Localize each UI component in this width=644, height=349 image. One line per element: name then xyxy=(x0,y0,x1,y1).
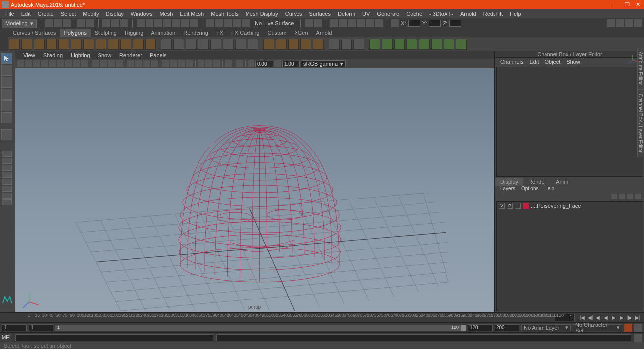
gamma-icon[interactable] xyxy=(274,60,281,67)
script-editor-icon[interactable] xyxy=(634,334,642,342)
poly-sphere-icon[interactable] xyxy=(9,39,20,50)
render-icon[interactable] xyxy=(330,19,338,27)
uv-best-plane-icon[interactable] xyxy=(456,39,467,50)
extract-icon[interactable] xyxy=(186,39,197,50)
step-back-frame-button[interactable]: ◀ xyxy=(594,314,601,321)
history-icon[interactable] xyxy=(305,19,313,27)
open-scene-icon[interactable] xyxy=(54,19,62,27)
mask-icon[interactable] xyxy=(146,19,153,27)
layer-list[interactable]: V P ...:Persevering_Face xyxy=(496,201,643,311)
x-coord-input[interactable] xyxy=(408,20,420,27)
menu-arnold[interactable]: Arnold xyxy=(457,10,480,18)
history-icon[interactable] xyxy=(314,19,322,27)
shelf-tab-xgen[interactable]: XGen xyxy=(290,29,312,37)
workspace-mode-selector[interactable]: Modeling▾ xyxy=(2,19,37,28)
render-icon[interactable] xyxy=(348,19,356,27)
layer-color-swatch[interactable] xyxy=(523,203,529,209)
shelf-tab-curves[interactable]: Curves / Surfaces xyxy=(9,29,60,37)
render-icon[interactable] xyxy=(375,19,383,27)
layer-menu-help[interactable]: Help xyxy=(541,186,557,193)
uv-camera-icon[interactable] xyxy=(444,39,454,50)
prefs-icon[interactable] xyxy=(634,324,642,332)
triangulate-icon[interactable] xyxy=(223,39,234,50)
poly-cylinder-icon[interactable] xyxy=(34,39,45,50)
shelf-tab-polygons[interactable]: Polygons xyxy=(60,29,90,37)
booleans-icon[interactable] xyxy=(198,39,209,50)
poly-cube-icon[interactable] xyxy=(21,39,32,50)
shelf-tab-rigging[interactable]: Rigging xyxy=(121,29,147,37)
wireframe-on-shaded-icon[interactable] xyxy=(225,60,232,67)
menu-windows[interactable]: Windows xyxy=(127,10,156,18)
layout-two-pane-side[interactable] xyxy=(2,165,12,171)
layer-tab-display[interactable]: Display xyxy=(495,178,523,186)
mask-icon[interactable] xyxy=(172,19,180,27)
exposure-icon[interactable] xyxy=(248,60,254,67)
poly-helix-icon[interactable] xyxy=(108,39,119,50)
layout-single-pane[interactable] xyxy=(2,151,12,157)
anti-alias-icon[interactable] xyxy=(151,60,158,67)
menu-mesh-display[interactable]: Mesh Display xyxy=(242,10,282,18)
lasso-tool[interactable] xyxy=(1,65,12,76)
menu-deform[interactable]: Deform xyxy=(334,10,359,18)
rotate-tool[interactable] xyxy=(1,100,12,111)
xray-component-icon[interactable] xyxy=(186,60,193,67)
colorspace-select[interactable]: sRGB gamma ▾ xyxy=(301,60,346,67)
render-icon[interactable] xyxy=(339,19,347,27)
time-slider-track[interactable]: 1153045607590105120135150165180195210225… xyxy=(28,313,554,322)
range-bar[interactable]: 1 120 xyxy=(55,325,466,331)
layout-outliner-persp[interactable] xyxy=(2,179,12,185)
panel-menu-view[interactable]: View xyxy=(19,52,39,59)
panel-menu-lighting[interactable]: Lighting xyxy=(67,52,94,59)
motion-blur-icon[interactable] xyxy=(143,60,150,67)
layer-move-down-icon[interactable] xyxy=(619,194,625,199)
poly-torus-icon[interactable] xyxy=(71,39,82,50)
use-lights-icon[interactable] xyxy=(116,60,123,67)
snap-curve-icon[interactable] xyxy=(215,19,223,27)
gate-mask-icon[interactable] xyxy=(81,60,88,67)
connect-icon[interactable] xyxy=(353,39,364,50)
play-forward-button[interactable]: ▶ xyxy=(610,314,617,321)
auto-key-icon[interactable] xyxy=(624,324,632,332)
layer-tab-render[interactable]: Render xyxy=(523,178,551,186)
menu-help[interactable]: Help xyxy=(506,10,525,18)
poly-soccer-icon[interactable] xyxy=(120,39,131,50)
camera-bookmark-icon[interactable] xyxy=(25,60,32,67)
step-back-key-button[interactable]: ◀| xyxy=(587,314,594,321)
channel-menu-edit[interactable]: Edit xyxy=(526,58,542,65)
close-button[interactable]: ✕ xyxy=(636,1,640,8)
play-backward-button[interactable]: ◀ xyxy=(602,314,609,321)
layer-name-label[interactable]: ...:Persevering_Face xyxy=(531,203,581,209)
select-component-icon[interactable] xyxy=(120,19,128,27)
range-end-a-input[interactable] xyxy=(468,324,493,331)
layer-visibility-toggle[interactable]: V xyxy=(499,203,505,209)
create-empty-layer-icon[interactable] xyxy=(627,194,633,199)
combine-icon[interactable] xyxy=(161,39,172,50)
select-tool[interactable] xyxy=(1,53,12,64)
layer-row[interactable]: V P ...:Persevering_Face xyxy=(497,202,643,210)
range-handle[interactable] xyxy=(461,325,466,331)
menu-modify[interactable]: Modify xyxy=(79,10,102,18)
film-gate-icon[interactable] xyxy=(65,60,72,67)
uv-cylindrical-icon[interactable] xyxy=(382,39,393,50)
tool-settings-icon[interactable] xyxy=(625,19,633,27)
paint-select-tool[interactable] xyxy=(1,77,12,88)
shelf-tab-fxcaching[interactable]: FX Caching xyxy=(227,29,263,37)
panel-menu-show[interactable]: Show xyxy=(94,52,116,59)
shelf-tab-fx[interactable]: FX xyxy=(212,29,227,37)
uv-contour-icon[interactable] xyxy=(419,39,430,50)
render-icon[interactable] xyxy=(357,19,365,27)
renderer-icon[interactable] xyxy=(236,60,243,67)
panel-menu-panels[interactable]: Panels xyxy=(146,52,171,59)
extrude-icon[interactable] xyxy=(263,39,274,50)
channel-menu-object[interactable]: Object xyxy=(542,58,563,65)
render-icon[interactable] xyxy=(366,19,374,27)
snap-plane-icon[interactable] xyxy=(233,19,241,27)
menu-curves[interactable]: Curves xyxy=(282,10,306,18)
menu-display[interactable]: Display xyxy=(102,10,127,18)
scale-tool[interactable] xyxy=(1,112,12,123)
layer-menu-layers[interactable]: Layers xyxy=(497,186,518,193)
poly-pipe-icon[interactable] xyxy=(96,39,106,50)
quadrangulate-icon[interactable] xyxy=(235,39,246,50)
y-coord-input[interactable] xyxy=(429,20,441,27)
move-tool[interactable] xyxy=(1,89,12,100)
